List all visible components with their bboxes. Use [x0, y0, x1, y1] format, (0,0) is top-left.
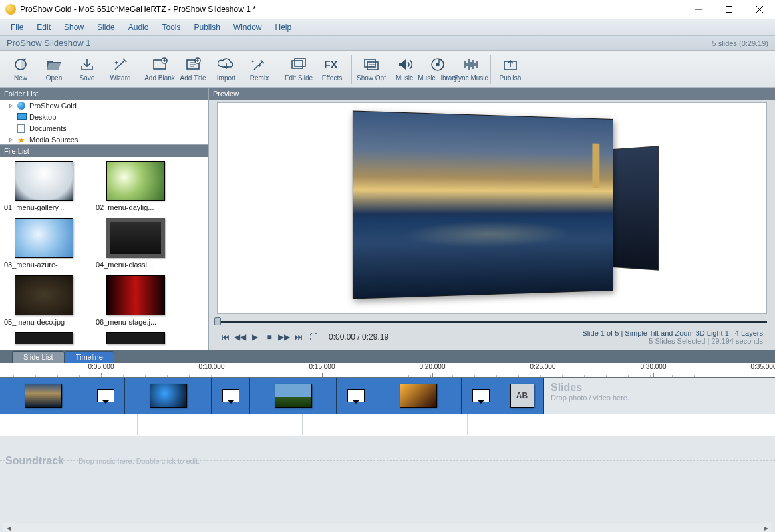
toolbar: NewOpenSaveWizardAdd BlankAdd TitleImpor… [0, 51, 775, 88]
music-button[interactable]: Music [388, 52, 421, 86]
file-thumbnail[interactable]: 05_menu-deco.jpg [4, 275, 84, 326]
preview-canvas[interactable] [217, 102, 767, 314]
maximize-button[interactable] [714, 0, 744, 19]
svg-rect-0 [726, 7, 732, 13]
stop-button[interactable]: ■ [262, 330, 277, 344]
ruler-label: 0:30.000 [641, 363, 667, 370]
effects-button[interactable]: FXEffects [315, 52, 349, 86]
wizard-button[interactable]: Wizard [104, 52, 137, 86]
file-list[interactable]: 01_menu-gallery...02_menu-daylig...03_me… [0, 157, 208, 350]
timeline-transition[interactable] [462, 378, 500, 414]
timeline-ruler[interactable]: 0:05.0000:10.0000:15.0000:20.0000:25.000… [0, 363, 775, 378]
menu-tools[interactable]: Tools [155, 20, 187, 35]
file-thumbnail[interactable]: 04_menu-classi... [96, 218, 176, 269]
folder-item[interactable]: Documents [0, 122, 208, 134]
first-button[interactable]: ⏮ [218, 330, 233, 344]
menu-publish[interactable]: Publish [187, 20, 226, 35]
timeline-tabs: Slide ListTimeline [0, 350, 775, 363]
preview-image [349, 115, 635, 301]
fullscreen-button[interactable]: ⛶ [306, 330, 321, 344]
slideshow-name: ProShow Slideshow 1 [7, 38, 90, 48]
folder-icon [17, 102, 27, 110]
minimize-button[interactable] [683, 0, 714, 19]
menu-show[interactable]: Show [57, 20, 90, 35]
ruler-label: 0:20.000 [420, 363, 446, 370]
svg-rect-9 [365, 59, 375, 67]
timeline-slide[interactable]: AB [500, 378, 544, 414]
show-opt-icon [362, 56, 381, 73]
effects-icon: FX [323, 56, 341, 73]
add-blank-button[interactable]: Add Blank [143, 52, 176, 86]
menu-slide[interactable]: Slide [90, 20, 122, 35]
transition-icon [222, 389, 239, 402]
remix-button[interactable]: Remix [243, 52, 276, 86]
menu-audio[interactable]: Audio [122, 20, 156, 35]
menu-file[interactable]: File [4, 20, 30, 35]
show-opt-button[interactable]: Show Opt [355, 52, 388, 86]
folder-list[interactable]: ▹ProShow GoldDesktopDocuments▹★Media Sou… [0, 100, 208, 145]
remix-icon [250, 56, 269, 73]
new-button[interactable]: New [4, 52, 37, 86]
prev-button[interactable]: ◀◀ [233, 330, 247, 344]
folder-item[interactable]: ▹ProShow Gold [0, 100, 208, 111]
timeline-slide[interactable] [250, 378, 337, 414]
scroll-right-icon[interactable]: ▸ [761, 523, 772, 532]
file-thumbnail[interactable]: 02_menu-daylig... [96, 161, 176, 211]
last-button[interactable]: ⏭ [291, 330, 306, 344]
menu-window[interactable]: Window [227, 20, 269, 35]
timeline-slide[interactable] [125, 378, 212, 414]
folder-item[interactable]: Desktop [0, 111, 208, 122]
timeline-transition[interactable] [212, 378, 250, 414]
timeline-transition[interactable] [86, 378, 125, 414]
sync-music-icon [462, 56, 480, 73]
folder-item[interactable]: ▹★Media Sources [0, 134, 208, 145]
file-thumbnail[interactable]: 03_menu-azure-... [4, 218, 84, 269]
open-button[interactable]: Open [37, 52, 71, 86]
timeline: 0:05.0000:10.0000:15.0000:20.0000:25.000… [0, 363, 775, 436]
save-button[interactable]: Save [71, 52, 104, 86]
svg-point-12 [436, 63, 439, 66]
tab-timeline[interactable]: Timeline [65, 351, 114, 363]
soundtrack-heading: Soundtrack [5, 455, 64, 467]
next-button[interactable]: ▶▶ [277, 330, 291, 344]
transition-icon [472, 389, 490, 402]
scroll-left-icon[interactable]: ◂ [3, 523, 14, 532]
publish-button[interactable]: Publish [494, 52, 527, 86]
close-button[interactable] [744, 0, 775, 19]
file-thumbnail[interactable]: 06_menu-stage.j... [96, 275, 176, 326]
folder-icon: ★ [17, 136, 27, 144]
wizard-icon [111, 56, 130, 73]
timeline-slide[interactable] [375, 378, 462, 414]
window-title: ProShow Gold - MoS 6510^MeGaHeRTZ - ProS… [20, 5, 683, 14]
add-title-button[interactable]: Add Title [176, 52, 210, 86]
timeline-transition[interactable] [337, 378, 375, 414]
ruler-label: 0:25.000 [530, 363, 556, 370]
scrub-bar[interactable] [217, 317, 767, 326]
edit-slide-button[interactable]: Edit Slide [282, 52, 315, 86]
timeline-slide[interactable] [0, 378, 86, 414]
import-button[interactable]: Import [210, 52, 243, 86]
horizontal-scrollbar[interactable]: ◂ ▸ [3, 523, 772, 532]
add-title-icon [184, 56, 202, 73]
svg-rect-10 [367, 62, 378, 70]
tab-slide-list[interactable]: Slide List [12, 351, 65, 363]
drop-slides-area[interactable]: SlidesDrop photo / video here. [544, 378, 775, 414]
new-icon [11, 56, 30, 73]
folder-icon [17, 124, 27, 132]
preview-header: Preview [209, 88, 775, 100]
soundtrack-panel[interactable]: Soundtrack Drop music here. Double click… [0, 436, 775, 532]
play-button[interactable]: ▶ [247, 330, 262, 344]
last-icon: ⏭ [295, 332, 303, 342]
menu-help[interactable]: Help [269, 20, 299, 35]
add-blank-icon [150, 56, 169, 73]
titlebar: ProShow Gold - MoS 6510^MeGaHeRTZ - ProS… [0, 0, 775, 19]
preview-info-line1: Slide 1 of 5 | Simple Tilt and Zoom 3D L… [582, 329, 763, 337]
prev-icon: ◀◀ [234, 332, 246, 342]
timeline-slides-row[interactable]: ABSlidesDrop photo / video here. [0, 378, 775, 414]
menu-edit[interactable]: Edit [30, 20, 57, 35]
folder-icon [17, 113, 27, 121]
music-library-button[interactable]: Music Library [421, 52, 454, 86]
sync-music-button[interactable]: Sync Music [454, 52, 488, 86]
file-thumbnail[interactable]: 01_menu-gallery... [4, 161, 84, 211]
ruler-label: 0:15.000 [309, 363, 335, 370]
